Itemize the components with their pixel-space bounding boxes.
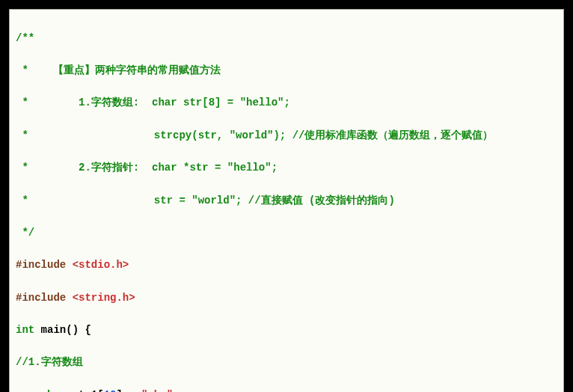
comment-line: * 【重点】两种字符串的常用赋值方法 <box>16 64 221 76</box>
preproc: #include <box>16 259 73 271</box>
comment-line: /** <box>16 32 34 44</box>
ident: ] = <box>116 389 141 392</box>
main-sig: main() { <box>34 324 91 336</box>
code-snippet: /** * 【重点】两种字符串的常用赋值方法 * 1.字符数组: char st… <box>9 9 564 392</box>
number: 10 <box>104 389 117 392</box>
semi: ; <box>173 389 179 392</box>
ident: str1[ <box>66 389 103 392</box>
string: "abc" <box>141 389 173 392</box>
comment-line: * str = "world"; //直接赋值 (改变指针的指向) <box>16 195 395 206</box>
include-header: <string.h> <box>73 292 135 304</box>
comment-line: * 2.字符指针: char *str = "hello"; <box>16 162 278 174</box>
comment-line: * 1.字符数组: char str[8] = "hello"; <box>16 97 290 108</box>
preproc: #include <box>16 292 73 304</box>
comment-line: * strcpy(str, "world"); //使用标准库函数（遍历数组，逐… <box>16 129 493 141</box>
comment-line: */ <box>16 227 34 239</box>
include-header: <stdio.h> <box>73 259 129 271</box>
comment: //1.字符数组 <box>16 356 83 368</box>
keyword-int: int <box>16 324 34 336</box>
keyword-char: char <box>41 389 67 392</box>
